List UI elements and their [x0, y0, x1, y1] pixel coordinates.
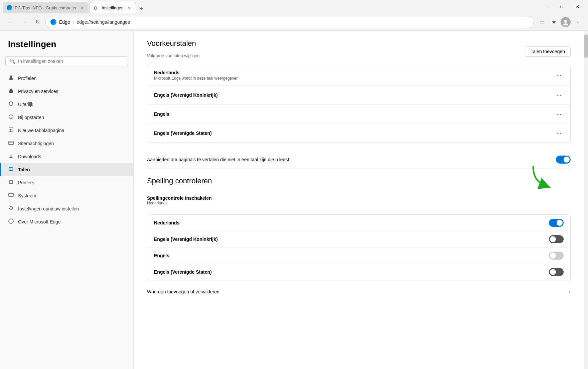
sidebar-item-label-uiterlijk: Uiterlijk: [18, 102, 33, 107]
sidebar-item-label-systeem: Systeem: [18, 193, 36, 198]
lang-more-nl[interactable]: ···: [554, 71, 564, 80]
sidebar-item-uiterlijk[interactable]: Uiterlijk: [0, 98, 133, 111]
sidebar-item-label-printers: Printers: [18, 180, 34, 185]
sitemachtigingen-icon: [8, 140, 14, 147]
scrollbar-track: [584, 31, 588, 369]
forward-button[interactable]: →: [19, 17, 29, 27]
talen-icon: [8, 166, 14, 173]
search-icon: 🔍: [10, 59, 15, 64]
words-row[interactable]: Woorden toevoegen of verwijderen ›: [147, 283, 571, 300]
address-separator: |: [73, 19, 74, 25]
sidebar-item-label-reset: Instellingen opnieuw instellen: [18, 206, 79, 211]
sidebar-item-label-tabbladpagina: Nieuwe tabbladpagina: [18, 128, 64, 133]
address-input-wrap[interactable]: Edge | edge://settings/languages: [45, 16, 534, 28]
collections-icon[interactable]: ★: [549, 17, 559, 27]
preferred-languages-title: Voorkeurstalen: [147, 39, 200, 48]
sidebar-item-downloads[interactable]: Downloads: [0, 150, 133, 163]
svg-point-1: [563, 23, 568, 25]
lang-desc-nl: Microsoft Edge wordt in deze taal weerge…: [154, 76, 239, 81]
edge-brand-label: Edge: [59, 19, 70, 25]
lang-more-en[interactable]: ···: [554, 109, 564, 119]
tab-1[interactable]: PC-Tips.INFO - Gratis computer ✕: [3, 2, 89, 13]
profile-avatar[interactable]: [561, 17, 571, 27]
tab-1-label: PC-Tips.INFO - Gratis computer: [15, 5, 77, 10]
spell-toggle-en[interactable]: [549, 252, 564, 260]
minimize-button[interactable]: —: [538, 1, 553, 12]
sidebar-item-printers[interactable]: Printers: [0, 176, 133, 189]
sidebar-item-sitemachtigingen[interactable]: Sitemachtigingen: [0, 137, 133, 150]
spell-toggle-en-gb[interactable]: [549, 235, 564, 243]
spell-toggle-nl[interactable]: [549, 219, 564, 227]
words-row-chevron: ›: [569, 289, 571, 295]
favorites-icon[interactable]: ☆: [537, 17, 547, 27]
sidebar-item-label-talen: Talen: [18, 167, 30, 172]
translate-toggle[interactable]: [556, 156, 571, 164]
tabbladpagina-icon: [8, 127, 14, 133]
uiterlijk-icon: [8, 101, 14, 107]
sidebar-item-systeem[interactable]: Systeem: [0, 189, 133, 202]
tab-2[interactable]: ⚙ Instellingen ✕: [89, 2, 136, 13]
spell-lang-name-en-us: Engels (Verenigde Staten): [154, 269, 212, 275]
maximize-button[interactable]: □: [554, 1, 569, 12]
more-options-icon[interactable]: ···: [572, 17, 583, 27]
translate-toggle-label: Aanbieden om pagina's te vertalen die ni…: [147, 157, 289, 162]
toolbar-icons: ☆ ★ ···: [537, 17, 583, 27]
profielen-icon: [8, 75, 14, 81]
language-list: Nederlands Microsoft Edge wordt in deze …: [147, 65, 571, 143]
lang-item-en-us: Engels (Verenigde Staten) ···: [147, 124, 570, 143]
sidebar-item-privacy[interactable]: Privacy en services: [0, 85, 133, 98]
svg-rect-6: [9, 128, 13, 132]
add-languages-button[interactable]: Talen toevoegen: [525, 47, 571, 57]
lang-name-en: Engels: [154, 111, 169, 117]
svg-rect-3: [9, 90, 13, 93]
edge-favicon-1: [7, 5, 12, 10]
opstarten-icon: [8, 114, 14, 120]
sidebar-item-tabbladpagina[interactable]: Nieuwe tabbladpagina: [0, 124, 133, 137]
address-url: edge://settings/languages: [77, 19, 130, 25]
words-row-label: Woorden toevoegen of verwijderen: [147, 289, 219, 294]
sidebar-item-label-opstarten: Bij opstarten: [18, 115, 44, 120]
sidebar-item-label-privacy: Privacy en services: [18, 89, 58, 94]
spell-check-row: Spellingcontrole inschakelen Nederlands: [147, 191, 571, 210]
spell-lang-en-gb: Engels (Verenigd Koninkrijk): [147, 231, 570, 248]
tab-1-close[interactable]: ✕: [79, 5, 85, 10]
spell-lang-name-nl: Nederlands: [154, 220, 179, 225]
lang-name-nl: Nederlands: [154, 70, 239, 75]
tab-2-close[interactable]: ✕: [126, 5, 132, 11]
tab-2-label: Instellingen: [102, 5, 124, 10]
back-button[interactable]: ←: [5, 17, 16, 27]
privacy-icon: [8, 88, 14, 94]
sidebar-title: Instellingen: [0, 39, 133, 56]
svg-point-0: [564, 20, 567, 23]
sidebar-item-talen[interactable]: Talen: [0, 163, 133, 176]
sidebar-item-about[interactable]: Over Microsoft Edge: [0, 215, 133, 228]
lang-more-en-gb[interactable]: ···: [554, 90, 564, 100]
spell-check-label: Spellingcontrole inschakelen: [147, 195, 212, 201]
sidebar-item-opstarten[interactable]: Bij opstarten: [0, 111, 133, 124]
new-tab-button[interactable]: +: [137, 4, 146, 13]
close-button[interactable]: ✕: [570, 1, 585, 12]
lang-name-en-us: Engels (Verenigde Staten): [154, 130, 212, 136]
settings-favicon-2: ⚙: [94, 5, 99, 11]
url-prefix: edge://settings/: [77, 19, 108, 25]
spell-toggle-en-us[interactable]: [549, 268, 564, 276]
search-input[interactable]: [18, 59, 124, 64]
svg-rect-10: [9, 193, 13, 196]
sidebar-item-profielen[interactable]: Profielen: [0, 72, 133, 85]
refresh-button[interactable]: ↻: [32, 17, 43, 27]
browser-chrome: PC-Tips.INFO - Gratis computer ✕ ⚙ Inste…: [0, 0, 588, 31]
tab-strip: PC-Tips.INFO - Gratis computer ✕ ⚙ Inste…: [3, 0, 146, 13]
spell-check-title: Spelling controleren: [147, 177, 571, 185]
sidebar-item-label-downloads: Downloads: [18, 154, 41, 159]
sidebar-item-label-profielen: Profielen: [18, 76, 36, 81]
scrollbar-thumb[interactable]: [584, 34, 588, 58]
sidebar: Instellingen 🔍 Profielen Privacy en serv…: [0, 31, 134, 369]
about-icon: [8, 218, 14, 225]
spell-check-section: Spelling controleren Spellingcontrole in…: [147, 177, 571, 300]
sidebar-item-reset[interactable]: Instellingen opnieuw instellen: [0, 202, 133, 215]
search-box[interactable]: 🔍: [5, 56, 128, 66]
translate-toggle-row: Aanbieden om pagina's te vertalen die ni…: [147, 151, 571, 169]
lang-more-en-us[interactable]: ···: [554, 128, 564, 138]
reset-icon: [8, 205, 14, 212]
lang-item-en-gb: Engels (Verenigd Koninkrijk) ···: [147, 86, 570, 105]
